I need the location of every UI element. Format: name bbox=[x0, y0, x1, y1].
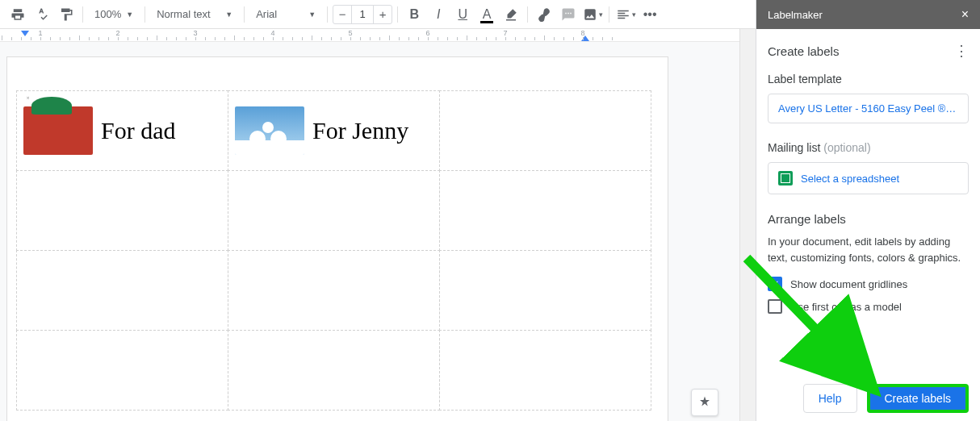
fontsize-value[interactable]: 1 bbox=[351, 6, 374, 23]
separator bbox=[397, 6, 398, 23]
ruler-tick bbox=[573, 37, 574, 40]
label-text: For dad bbox=[101, 118, 176, 144]
fontsize-minus[interactable]: − bbox=[333, 7, 351, 21]
ruler-tick bbox=[11, 37, 12, 40]
comment-icon[interactable] bbox=[557, 3, 580, 26]
chevron-down-icon: ▼ bbox=[126, 10, 133, 19]
ruler-tick bbox=[89, 37, 90, 40]
separator bbox=[144, 6, 145, 23]
create-labels-button[interactable]: Create labels bbox=[867, 384, 970, 413]
winter-image bbox=[235, 106, 304, 155]
ruler-tick bbox=[438, 37, 438, 40]
ruler-tick bbox=[612, 37, 613, 40]
label-cell[interactable] bbox=[439, 330, 651, 411]
ruler-tick bbox=[292, 37, 293, 40]
more-icon[interactable]: ••• bbox=[639, 3, 661, 26]
label-cell[interactable] bbox=[16, 170, 228, 251]
style-select[interactable]: Normal text▼ bbox=[150, 3, 239, 26]
ruler-tick bbox=[370, 37, 371, 40]
create-label: Create labels bbox=[885, 392, 952, 405]
ruler-tick bbox=[273, 37, 274, 40]
ruler-tick bbox=[195, 37, 196, 40]
italic-icon[interactable]: I bbox=[427, 3, 450, 26]
label-cell[interactable] bbox=[439, 170, 651, 251]
ruler-number: 4 bbox=[270, 29, 274, 37]
label-cell[interactable]: For dad bbox=[16, 90, 228, 171]
ruler-tick bbox=[379, 37, 380, 40]
ruler-tick bbox=[583, 37, 584, 40]
template-value: Avery US Letter - 5160 Easy Peel ®… bbox=[778, 102, 956, 115]
ruler-tick bbox=[224, 37, 225, 40]
truck-image bbox=[23, 106, 93, 155]
ruler-tick bbox=[525, 37, 526, 40]
link-icon[interactable] bbox=[533, 3, 555, 26]
template-group: Label template Avery US Letter - 5160 Ea… bbox=[768, 73, 969, 123]
ruler-tick bbox=[118, 37, 119, 40]
bold-icon[interactable]: B bbox=[403, 3, 425, 26]
label-cell[interactable] bbox=[228, 170, 440, 251]
label-cell[interactable] bbox=[228, 250, 440, 331]
style-value: Normal text bbox=[157, 8, 210, 20]
label-cell[interactable] bbox=[439, 90, 651, 171]
text-color-icon[interactable]: A bbox=[475, 3, 498, 26]
label-cell[interactable] bbox=[16, 250, 228, 331]
font-size-control: − 1 + bbox=[333, 5, 392, 24]
separator bbox=[327, 6, 328, 23]
spreadsheet-value: Select a spreadsheet bbox=[801, 173, 899, 185]
label-cell[interactable] bbox=[16, 330, 228, 411]
label-text: For Jenny bbox=[312, 118, 408, 144]
ruler-number: 7 bbox=[503, 29, 507, 37]
label-cell[interactable]: For Jenny bbox=[228, 90, 440, 171]
ruler-tick bbox=[312, 35, 312, 40]
ruler-tick bbox=[331, 37, 332, 40]
ruler-tick bbox=[418, 37, 419, 40]
firstcell-checkbox[interactable]: Use first cell as a model bbox=[768, 299, 969, 314]
print-icon[interactable] bbox=[6, 3, 29, 26]
ruler-tick bbox=[21, 37, 22, 40]
label-cell[interactable] bbox=[228, 330, 440, 411]
sidebar-footer: Help Create labels bbox=[768, 384, 969, 413]
fontsize-plus[interactable]: + bbox=[374, 7, 392, 21]
ruler-tick bbox=[128, 37, 128, 40]
zoom-select[interactable]: 100%▼ bbox=[88, 3, 140, 26]
label-row bbox=[17, 251, 655, 331]
label-row bbox=[17, 331, 655, 411]
ruler-number: 2 bbox=[115, 29, 119, 37]
close-icon[interactable]: × bbox=[961, 7, 969, 22]
help-button[interactable]: Help bbox=[803, 384, 857, 413]
label-row bbox=[17, 171, 655, 251]
ruler-tick bbox=[360, 37, 361, 40]
ruler-number: 5 bbox=[348, 29, 352, 37]
ruler-tick bbox=[263, 37, 264, 40]
document-canvas: ⸼ For dad For Jenny bbox=[0, 42, 756, 421]
ruler-tick bbox=[69, 37, 70, 40]
ruler-tick bbox=[602, 37, 603, 40]
more-vert-icon[interactable]: ⋮ bbox=[954, 42, 969, 60]
ruler-tick bbox=[234, 35, 235, 40]
firstcell-label: Use first cell as a model bbox=[790, 301, 902, 313]
spellcheck-icon[interactable] bbox=[31, 3, 53, 26]
optional-text: (optional) bbox=[823, 141, 870, 154]
spreadsheet-select[interactable]: Select a spreadsheet bbox=[768, 162, 969, 194]
font-select[interactable]: Arial▼ bbox=[249, 3, 322, 26]
highlight-icon[interactable] bbox=[500, 3, 522, 26]
image-icon[interactable]: ▾ bbox=[581, 3, 604, 26]
template-select[interactable]: Avery US Letter - 5160 Easy Peel ®… bbox=[768, 94, 969, 123]
label-cell[interactable] bbox=[439, 250, 651, 331]
ruler-tick bbox=[2, 35, 2, 40]
ruler-tick bbox=[31, 37, 31, 40]
ruler-number: 1 bbox=[38, 29, 42, 37]
separator bbox=[609, 6, 609, 23]
explore-button[interactable] bbox=[691, 389, 718, 416]
page[interactable]: ⸼ For dad For Jenny bbox=[6, 56, 668, 421]
ruler-tick bbox=[137, 37, 138, 40]
underline-icon[interactable]: U bbox=[451, 3, 474, 26]
align-icon[interactable]: ▾ bbox=[614, 3, 637, 26]
scroll-gutter[interactable] bbox=[739, 29, 756, 421]
ruler-tick bbox=[302, 37, 303, 40]
gridlines-checkbox[interactable]: ✓ Show document gridlines bbox=[768, 277, 969, 291]
ruler-tick bbox=[350, 37, 351, 40]
checkbox-icon bbox=[768, 299, 782, 314]
paint-format-icon[interactable] bbox=[55, 3, 77, 26]
ruler-number: 3 bbox=[193, 29, 197, 37]
